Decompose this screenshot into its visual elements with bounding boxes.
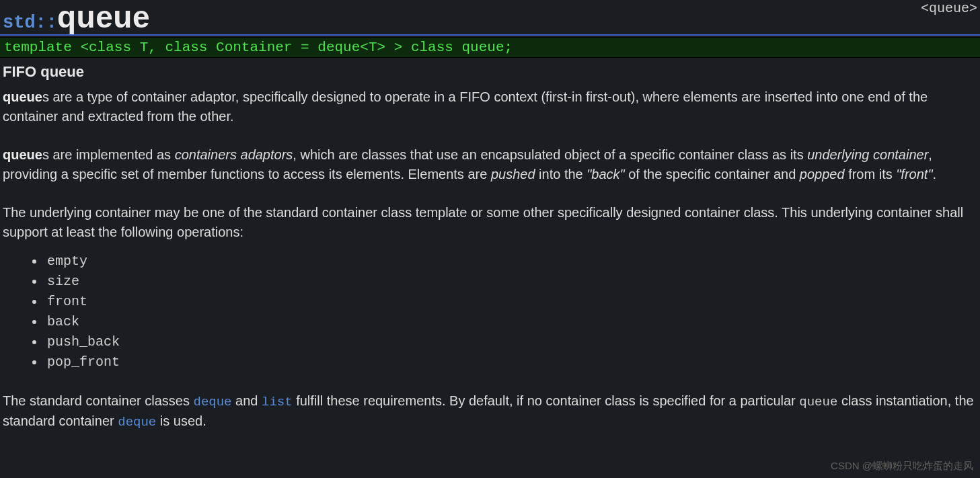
paragraph-1: queues are a type of container adaptor, … (3, 87, 977, 126)
p4-seg3: fulfill these requirements. By default, … (293, 393, 800, 408)
content-body: FIFO queue queues are a type of containe… (0, 58, 980, 432)
keyword-queue: queue (3, 89, 42, 104)
watermark: CSDN @螺蛳粉只吃炸蛋的走风 (831, 460, 973, 473)
list-item: pop_front (44, 352, 977, 372)
title: std::queue (3, 0, 150, 34)
page-header: std::queue <queue> (0, 0, 980, 36)
link-deque[interactable]: deque (118, 415, 156, 430)
keyword-queue: queue (3, 147, 42, 162)
paragraph-4: The standard container classes deque and… (3, 391, 977, 432)
link-list[interactable]: list (262, 395, 293, 409)
p2-seg5: of the specific container and (625, 167, 800, 182)
paragraph-3: The underlying container may be one of t… (3, 203, 977, 242)
operations-list: empty size front back push_back pop_fron… (44, 251, 977, 372)
p2-seg6: from its (845, 167, 897, 182)
p1-text: s are a type of container adaptor, speci… (3, 89, 928, 124)
p2-em2: underlying container (807, 147, 928, 162)
list-item: empty (44, 251, 977, 272)
subheading: FIFO queue (3, 63, 977, 81)
p2-seg2: , which are classes that use an encapsul… (293, 147, 807, 162)
list-item: back (44, 312, 977, 332)
p2-em6: "front" (896, 167, 932, 182)
p2-em4: "back" (587, 167, 624, 182)
list-item: front (44, 292, 977, 312)
declaration-code: template <class T, class Container = deq… (4, 40, 513, 55)
include-header: <queue> (921, 0, 977, 16)
p2-seg7: . (932, 167, 936, 182)
p2-em3: pushed (491, 167, 535, 182)
list-item: size (44, 272, 977, 292)
p2-seg4: into the (535, 167, 587, 182)
namespace-prefix: std:: (3, 13, 57, 34)
paragraph-2: queues are implemented as containers ada… (3, 145, 977, 184)
link-deque[interactable]: deque (194, 395, 232, 409)
p2-em1: containers adaptors (175, 147, 293, 162)
list-item: push_back (44, 332, 977, 352)
mono-queue: queue (799, 395, 837, 409)
class-name: queue (57, 0, 150, 34)
template-declaration: template <class T, class Container = deq… (0, 37, 980, 58)
p2-em5: popped (800, 167, 845, 182)
p4-seg2: and (232, 393, 262, 408)
p2-seg1: s are implemented as (42, 147, 175, 162)
p4-seg5: is used. (156, 413, 206, 428)
p4-seg1: The standard container classes (3, 393, 194, 408)
